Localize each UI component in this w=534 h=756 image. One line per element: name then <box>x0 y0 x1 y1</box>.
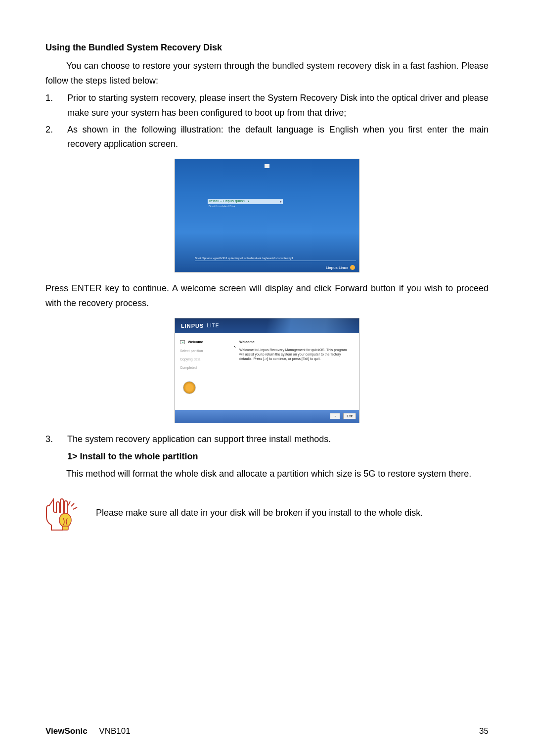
section-heading: Using the Bundled System Recovery Disk <box>45 43 489 53</box>
forward-button[interactable]: → <box>330 413 340 419</box>
sidebar-step-label: Select partition <box>180 349 203 353</box>
linpus-badge-icon <box>350 265 355 270</box>
svg-line-1 <box>71 503 74 506</box>
footer-left: ViewSonic VNB101 <box>45 726 131 736</box>
dialog-footer: → Exit <box>175 410 359 423</box>
footer-brand: ViewSonic <box>45 726 88 736</box>
exit-button[interactable]: Exit <box>343 413 356 419</box>
cursor-arrow-icon: ↖ <box>233 345 236 349</box>
linpus-brand: Linpus Linux <box>326 265 355 270</box>
step-text: The system recovery application can supp… <box>67 432 489 447</box>
dialog-main: Welcome Select partition Copying data Co… <box>175 333 359 410</box>
dialog-content: Welcome ↖ Welcome to Linpus Recovery Man… <box>234 333 359 410</box>
method-1-heading: 1> Install to the whole partition <box>67 451 489 462</box>
dialog-content-message: Welcome to Linpus Recovery Management fo… <box>239 348 352 361</box>
boot-options-line: Boot Options vga=0x311 quiet irqpoll spl… <box>195 257 356 261</box>
sidebar-step-completed: Completed <box>180 366 230 369</box>
step-item: 3. The system recovery application can s… <box>45 432 489 447</box>
dialog-content-title: Welcome <box>239 340 352 344</box>
sidebar-step-label: Copying data <box>180 357 200 361</box>
intro-paragraph: You can choose to restore your system th… <box>45 59 489 88</box>
footer-page-number: 35 <box>479 726 489 736</box>
dropdown-icon: ▾ <box>280 200 282 204</box>
linpus-seal-icon <box>183 381 196 394</box>
welcome-dialog-figure: LINPUS LITE Welcome Select partition <box>175 318 359 423</box>
sidebar-step-welcome: Welcome <box>180 340 230 344</box>
after-figure-1-paragraph: Press ENTER key to continue. A welcome s… <box>45 281 489 311</box>
tip-text: Please make sure all date in your disk w… <box>96 496 489 521</box>
step-number: 1. <box>45 91 67 120</box>
dialog-sidebar: Welcome Select partition Copying data Co… <box>175 333 234 410</box>
dialog-header: LINPUS LITE <box>175 318 359 333</box>
sidebar-step-copying-data: Copying data <box>180 357 230 361</box>
method-1-paragraph: This method will format the whole disk a… <box>45 467 489 482</box>
linpus-logo-text: LINPUS <box>181 323 204 329</box>
cursor-icon <box>265 164 269 168</box>
lightbulb-hand-icon <box>45 496 85 539</box>
step-item: 2. As shown in the following illustratio… <box>45 123 489 152</box>
step-item: 1. Prior to starting system recovery, pl… <box>45 91 489 120</box>
step-text: As shown in the following illustration: … <box>67 123 489 152</box>
boot-screen-figure: Install - Linpus quickOS ▾ Boot from Har… <box>175 159 359 272</box>
forward-arrow-icon: → <box>333 414 337 418</box>
steps-list-continued: 3. The system recovery application can s… <box>45 432 489 447</box>
sidebar-step-select-partition: Select partition <box>180 349 230 353</box>
step-number: 2. <box>45 123 67 152</box>
step-icon <box>180 340 185 344</box>
tip-row: Please make sure all date in your disk w… <box>45 496 489 539</box>
header-swoosh-decoration <box>245 318 359 333</box>
exit-button-label: Exit <box>347 414 353 418</box>
svg-point-3 <box>59 513 71 527</box>
figure-2-wrap: LINPUS LITE Welcome Select partition <box>45 318 489 423</box>
boot-menu-selected: Install - Linpus quickOS ▾ <box>208 199 283 204</box>
linpus-lite-text: LITE <box>207 323 219 328</box>
steps-list: 1. Prior to starting system recovery, pl… <box>45 91 489 152</box>
step-text: Prior to starting system recovery, pleas… <box>67 91 489 120</box>
page-footer: ViewSonic VNB101 35 <box>45 712 489 736</box>
linpus-brand-label: Linpus Linux <box>326 266 348 270</box>
svg-line-2 <box>73 507 77 509</box>
footer-model: VNB101 <box>99 726 130 736</box>
step-number: 3. <box>45 432 67 447</box>
svg-rect-4 <box>62 526 68 530</box>
boot-menu-sub: Boot from Hard Disk <box>209 205 235 208</box>
sidebar-step-label: Welcome <box>188 340 203 344</box>
boot-menu-selected-label: Install - Linpus quickOS <box>209 199 249 203</box>
sidebar-step-label: Completed <box>180 366 197 369</box>
figure-1-wrap: Install - Linpus quickOS ▾ Boot from Har… <box>45 159 489 272</box>
svg-line-0 <box>68 501 70 505</box>
